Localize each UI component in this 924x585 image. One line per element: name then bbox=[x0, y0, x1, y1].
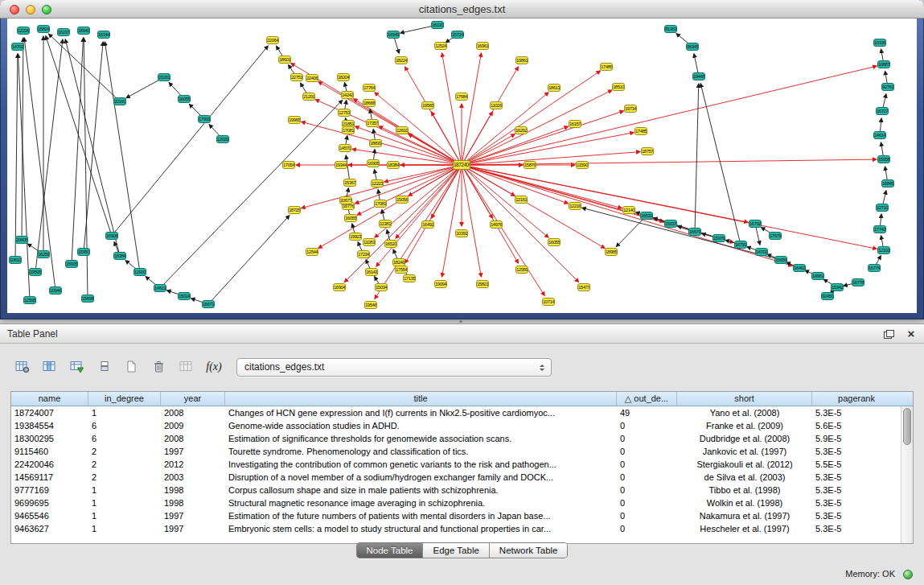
graph-node[interactable]: 15477542 bbox=[577, 283, 590, 291]
graph-node[interactable]: 21291564 bbox=[302, 93, 315, 101]
graph-node[interactable]: 16949048 bbox=[387, 31, 400, 39]
graph-node[interactable]: 16845598 bbox=[881, 179, 894, 187]
graph-node[interactable]: 22751004 bbox=[290, 73, 303, 81]
graph-node[interactable]: 16143272 bbox=[365, 268, 378, 276]
graph-node[interactable]: 18724007 bbox=[453, 160, 470, 170]
graph-node[interactable]: 17234457 bbox=[357, 250, 370, 258]
graph-node[interactable]: 16905311 bbox=[367, 159, 380, 167]
delete-table-button[interactable] bbox=[148, 356, 170, 377]
graph-node[interactable]: 11590988 bbox=[576, 161, 589, 169]
graph-node[interactable]: 10610180 bbox=[9, 256, 22, 264]
graph-node[interactable]: 17743417 bbox=[873, 225, 886, 233]
graph-node[interactable]: 15037601 bbox=[664, 220, 677, 228]
graph-node[interactable]: 14976160 bbox=[490, 220, 503, 229]
graph-node[interactable]: 12226108 bbox=[17, 27, 30, 35]
graph-node[interactable]: 16904174 bbox=[333, 283, 346, 291]
graph-node[interactable]: 12900857 bbox=[133, 268, 146, 276]
graph-node[interactable]: 14570704 bbox=[339, 144, 351, 152]
graph-node[interactable]: 14614103 bbox=[873, 131, 886, 139]
column-header-title[interactable]: title bbox=[225, 392, 617, 406]
graph-node[interactable]: 17764084 bbox=[363, 84, 376, 92]
graph-node[interactable]: 9634505 bbox=[686, 43, 699, 51]
graph-node[interactable]: 16679497 bbox=[688, 228, 701, 236]
graph-node[interactable]: 17684544 bbox=[455, 93, 468, 101]
column-header-name[interactable]: name bbox=[11, 392, 88, 406]
graph-node[interactable]: 14242008 bbox=[341, 91, 354, 99]
float-panel-button[interactable] bbox=[882, 328, 895, 340]
graph-node[interactable]: 20160077 bbox=[113, 97, 126, 105]
graph-node[interactable]: 12161655 bbox=[515, 196, 528, 204]
graph-node[interactable]: 15905166 bbox=[65, 260, 78, 268]
graph-node[interactable]: 11083270 bbox=[363, 238, 376, 246]
graph-node[interactable]: 18757513 bbox=[641, 147, 654, 155]
graph-node[interactable]: 17081983 bbox=[342, 126, 355, 134]
graph-node[interactable]: 17485606 bbox=[600, 63, 613, 71]
graph-node[interactable]: 16237556 bbox=[57, 28, 70, 36]
graph-node[interactable]: 10714683 bbox=[542, 298, 555, 306]
table-row[interactable]: 1872400712008Changes of HCN gene express… bbox=[11, 406, 901, 419]
table-row[interactable]: 977716911998Corpus callosum shape and si… bbox=[11, 484, 901, 496]
graph-node[interactable]: 15024419 bbox=[178, 292, 191, 300]
network-canvas[interactable]: 1872400715876793162622071102674917684544… bbox=[7, 19, 917, 313]
graph-node[interactable]: 18985734 bbox=[605, 248, 618, 256]
graph-node[interactable]: 18224083 bbox=[395, 56, 408, 64]
graph-node[interactable]: 16774005 bbox=[868, 264, 881, 272]
graph-node[interactable]: 18384457 bbox=[113, 252, 126, 260]
graph-node[interactable]: 19546859 bbox=[364, 301, 377, 309]
graph-node[interactable]: 14702877 bbox=[755, 248, 768, 256]
graph-node[interactable]: 20677014 bbox=[339, 196, 352, 204]
graph-node[interactable]: 18384588 bbox=[387, 161, 400, 169]
graph-node[interactable]: 15724768 bbox=[451, 31, 464, 39]
graph-node[interactable]: 15367057 bbox=[343, 179, 356, 187]
graph-node[interactable]: 12959427 bbox=[515, 266, 528, 274]
graph-node[interactable]: 19344640 bbox=[335, 161, 347, 169]
row-operations-button[interactable] bbox=[93, 356, 116, 377]
graph-node[interactable]: 15950059 bbox=[77, 248, 90, 256]
graph-node[interactable]: 16671075 bbox=[202, 300, 215, 308]
graph-node[interactable]: 12610651 bbox=[396, 126, 409, 134]
graph-node[interactable]: 18725467 bbox=[288, 206, 301, 214]
graph-node[interactable]: 19565984 bbox=[421, 101, 434, 109]
graph-node[interactable]: 12223159 bbox=[371, 179, 384, 187]
graph-node[interactable]: 18668039 bbox=[363, 99, 376, 107]
graph-node[interactable]: 12524536 bbox=[434, 42, 447, 50]
graph-node[interactable]: 18510949 bbox=[612, 83, 625, 91]
graph-node[interactable]: 14702039 bbox=[11, 43, 24, 51]
graph-node[interactable]: 16791148 bbox=[734, 241, 747, 249]
graph-node[interactable]: 16492759 bbox=[421, 220, 434, 229]
graph-node[interactable]: 18940731 bbox=[77, 27, 90, 35]
graph-node[interactable]: 16157276 bbox=[569, 120, 581, 128]
graph-node[interactable]: 16961426 bbox=[476, 42, 489, 50]
graph-node[interactable]: 18839497 bbox=[369, 139, 382, 147]
table-row[interactable]: 1938455462009Genome-wide association stu… bbox=[11, 419, 901, 432]
graph-node[interactable]: 17554300 bbox=[395, 266, 408, 274]
graph-node[interactable]: 15659551 bbox=[774, 256, 787, 264]
graph-node[interactable]: 22064212 bbox=[266, 36, 279, 44]
graph-node[interactable]: 16055709 bbox=[548, 238, 561, 246]
graph-node[interactable]: 18130874 bbox=[431, 21, 444, 29]
graph-node[interactable]: 17993578 bbox=[198, 115, 211, 123]
table-scrollbar[interactable] bbox=[901, 406, 913, 543]
graph-node[interactable]: 12029063 bbox=[216, 135, 229, 143]
tab-edge-table[interactable]: Edge Table bbox=[422, 543, 488, 558]
graph-node[interactable]: 12216059 bbox=[569, 202, 581, 210]
graph-node[interactable]: 20605839 bbox=[15, 236, 28, 244]
graph-node[interactable]: 10196371 bbox=[873, 39, 886, 47]
graph-node[interactable]: 19734903 bbox=[624, 105, 637, 113]
graph-node[interactable]: 15261089 bbox=[158, 73, 170, 81]
column-header-pagerank[interactable]: pagerank bbox=[812, 392, 901, 406]
graph-node[interactable]: 15876793 bbox=[524, 161, 536, 169]
graph-node[interactable]: 15824065 bbox=[37, 25, 50, 33]
graph-node[interactable]: 16792812 bbox=[749, 220, 762, 228]
graph-node[interactable]: 15958924 bbox=[877, 155, 890, 163]
graph-node[interactable]: 18601235 bbox=[278, 56, 291, 64]
graph-node[interactable]: 10946892 bbox=[49, 286, 62, 295]
column-header-out-de[interactable]: △ out_de... bbox=[617, 392, 677, 406]
column-header-in-degree[interactable]: in_degree bbox=[88, 392, 161, 406]
graph-node[interactable]: 12140781 bbox=[622, 206, 635, 214]
graph-node[interactable]: 16887954 bbox=[877, 60, 890, 68]
table-settings-button[interactable] bbox=[11, 356, 34, 377]
graph-node[interactable]: 16462733 bbox=[793, 264, 806, 272]
graph-node[interactable]: 18249169 bbox=[392, 258, 405, 266]
graph-node[interactable]: 9276174 bbox=[881, 83, 894, 91]
